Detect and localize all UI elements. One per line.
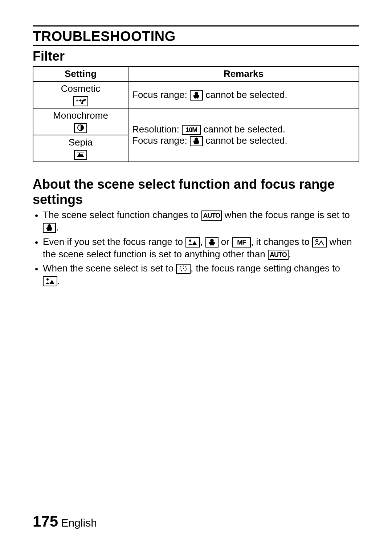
auto-icon: AUTO bbox=[268, 250, 289, 260]
about-heading: About the scene select function and focu… bbox=[33, 177, 359, 207]
svg-point-3 bbox=[189, 240, 191, 242]
svg-point-9 bbox=[183, 268, 184, 269]
body-text: . bbox=[289, 249, 291, 259]
page-footer: 175 English bbox=[33, 513, 97, 530]
macro-icon bbox=[190, 90, 203, 101]
body-text: , it changes to bbox=[251, 236, 312, 247]
setting-label: Cosmetic bbox=[37, 83, 124, 94]
resolution-10m-icon: 10M bbox=[182, 125, 201, 135]
svg-point-13 bbox=[46, 278, 49, 281]
table-header-setting: Setting bbox=[33, 66, 128, 81]
top-rule bbox=[33, 25, 359, 26]
svg-point-11 bbox=[181, 270, 182, 271]
remark-text: Resolution: bbox=[132, 124, 182, 135]
manual-page: TROUBLESHOOTING Filter Setting Remarks C… bbox=[0, 0, 392, 552]
page-language: English bbox=[61, 517, 97, 529]
body-text: when the focus range is set to bbox=[224, 209, 350, 220]
body-text: , the focus range setting changes to bbox=[191, 263, 340, 274]
page-number: 175 bbox=[33, 513, 58, 530]
body-text: . bbox=[57, 275, 60, 286]
section-title: TROUBLESHOOTING bbox=[33, 29, 359, 44]
subsection-title: Filter bbox=[33, 49, 359, 64]
list-item: Even if you set the focus range to , or … bbox=[43, 236, 359, 261]
svg-point-7 bbox=[185, 266, 187, 267]
svg-point-8 bbox=[180, 269, 181, 270]
remark-text: cannot be selected. bbox=[204, 124, 286, 135]
table-row: Monochrome Resolution: 10M cannot be sel… bbox=[33, 108, 359, 135]
body-text: When the scene select is set to bbox=[43, 263, 176, 274]
body-text: Even if you set the focus range to bbox=[43, 236, 185, 247]
bullet-list: The scene select function changes to AUT… bbox=[33, 209, 359, 287]
body-text: or bbox=[221, 236, 232, 247]
macro-icon bbox=[190, 136, 203, 146]
svg-point-12 bbox=[185, 270, 186, 271]
setting-label: Monochrome bbox=[37, 110, 124, 121]
svg-point-6 bbox=[183, 266, 184, 267]
list-item: The scene select function changes to AUT… bbox=[43, 209, 359, 234]
cosmetic-icon: + ✦ bbox=[73, 96, 88, 106]
body-text: . bbox=[56, 222, 58, 233]
filter-table: Setting Remarks Cosmetic + ✦ Focus ra bbox=[33, 66, 359, 162]
remark-text: cannot be selected. bbox=[205, 135, 287, 146]
macro-icon bbox=[43, 223, 56, 233]
svg-point-5 bbox=[180, 266, 181, 267]
list-item: When the scene select is set to , the fo… bbox=[43, 262, 359, 287]
remark-text: Focus range: bbox=[132, 135, 190, 146]
section-underline bbox=[33, 45, 359, 46]
table-row: Cosmetic + ✦ Focus range: bbox=[33, 81, 359, 108]
sepia-icon bbox=[74, 150, 87, 160]
portrait-mountain-icon bbox=[43, 276, 57, 286]
fireworks-icon bbox=[176, 264, 191, 274]
setting-label: Sepia bbox=[37, 137, 124, 148]
macro-icon bbox=[205, 237, 219, 248]
portrait-mountain-outline-icon bbox=[312, 237, 327, 248]
body-text: , bbox=[200, 236, 205, 247]
portrait-mountain-icon bbox=[185, 237, 200, 248]
mf-icon: MF bbox=[232, 237, 251, 248]
table-header-remarks: Remarks bbox=[128, 66, 359, 81]
monochrome-icon bbox=[74, 123, 87, 133]
svg-point-10 bbox=[186, 269, 187, 270]
svg-point-4 bbox=[316, 240, 318, 242]
body-text: The scene select function changes to bbox=[43, 209, 201, 220]
remark-text: cannot be selected. bbox=[205, 89, 287, 100]
auto-icon: AUTO bbox=[201, 210, 222, 221]
remark-text: Focus range: bbox=[132, 89, 190, 100]
svg-text:+: + bbox=[76, 98, 78, 103]
